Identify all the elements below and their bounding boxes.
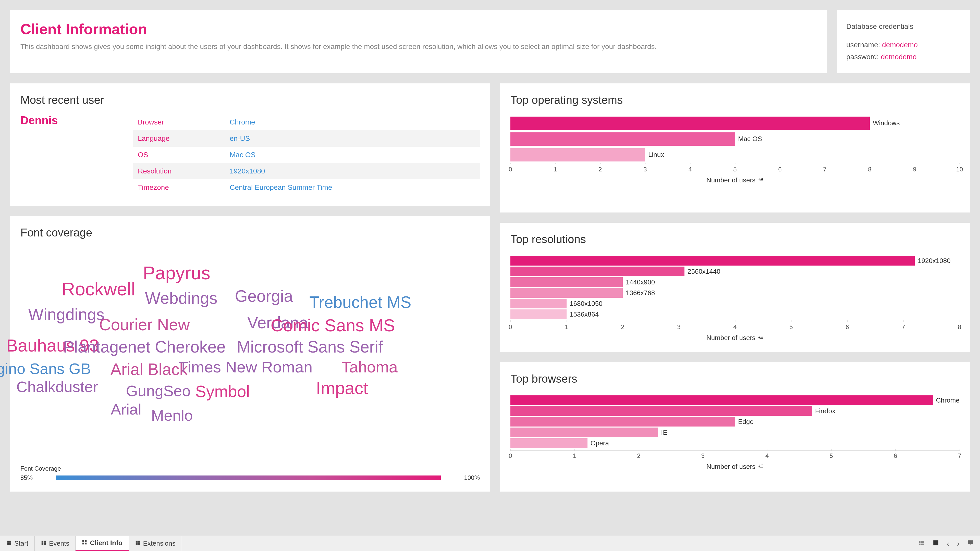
font-coverage-card: Font coverage PapyrusRockwellWebdingsGeo… — [10, 216, 490, 492]
nav-prev-icon[interactable]: ‹ — [947, 539, 950, 548]
axis-tick: 3 — [643, 164, 647, 173]
bar-row[interactable]: Linux — [511, 148, 959, 162]
font-coverage-legend: Font Coverage 85% 100% — [21, 465, 480, 481]
wordcloud-word[interactable]: Papyrus — [143, 262, 210, 283]
mru-value: Mac OS — [230, 151, 256, 159]
sort-desc-icon[interactable] — [758, 463, 764, 471]
nav-next-icon[interactable]: › — [957, 539, 959, 548]
bar-row[interactable]: Opera — [511, 438, 959, 448]
bar-row[interactable]: 1366x768 — [511, 288, 959, 298]
mru-label: Language — [138, 135, 230, 143]
bar[interactable] — [511, 310, 566, 319]
wordcloud-word[interactable]: Rockwell — [62, 279, 135, 300]
wordcloud-word[interactable]: Plantagenet Cherokee — [63, 338, 226, 356]
wordcloud-word[interactable]: Georgia — [235, 287, 293, 306]
bar-row[interactable]: Mac OS — [511, 132, 959, 146]
wordcloud-word[interactable]: Wingdings — [28, 305, 105, 324]
bar-row[interactable]: Windows — [511, 117, 959, 130]
wordcloud-word[interactable]: Microsoft Sans Serif — [237, 338, 383, 356]
bar-row[interactable]: Chrome — [511, 395, 959, 405]
bar-label: 1920x1080 — [918, 257, 951, 265]
top-res-bars[interactable]: 1920x10802560x14401440x9001366x7681680x1… — [511, 253, 959, 319]
bar[interactable] — [511, 277, 623, 287]
wordcloud-word[interactable]: Arial Black — [110, 360, 188, 379]
bar[interactable] — [511, 117, 870, 130]
axis-tick: 3 — [677, 322, 680, 330]
wordcloud-word[interactable]: Webdings — [145, 289, 217, 308]
bar[interactable] — [511, 256, 915, 265]
bar-label: 1440x900 — [626, 278, 655, 286]
axis-tick: 10 — [956, 164, 963, 173]
bar-row[interactable]: Firefox — [511, 406, 959, 416]
top-os-axis-title: Number of users — [511, 176, 959, 184]
bar-row[interactable]: Edge — [511, 417, 959, 427]
wordcloud-word[interactable]: Menlo — [151, 407, 192, 424]
bar-row[interactable]: 2560x1440 — [511, 267, 959, 276]
axis-tick: 2 — [598, 164, 602, 173]
tab-client-info[interactable]: Client Info — [76, 536, 129, 551]
bar[interactable] — [511, 148, 645, 162]
wordcloud-word[interactable]: Courier New — [99, 315, 190, 334]
wordcloud-word[interactable]: Chalkduster — [16, 378, 98, 395]
bar-row[interactable]: 1680x1050 — [511, 299, 959, 308]
axis-tick: 9 — [913, 164, 916, 173]
axis-tick: 6 — [845, 322, 849, 330]
page-title: Client Information — [21, 21, 817, 38]
bar-label: Firefox — [815, 407, 835, 415]
axis-tick: 4 — [688, 164, 692, 173]
view-list-icon[interactable] — [918, 539, 925, 548]
credentials-password-label: password: — [846, 53, 881, 61]
wordcloud-word[interactable]: Symbol — [195, 382, 250, 401]
tab-start[interactable]: Start — [0, 536, 35, 551]
present-icon[interactable] — [967, 539, 974, 548]
wordcloud-word[interactable]: Hiragino Sans GB — [0, 360, 91, 378]
wordcloud-word[interactable]: Times New Roman — [179, 358, 313, 376]
wordcloud-word[interactable]: Arial — [111, 400, 142, 418]
bar-label: 1536x864 — [570, 310, 599, 318]
font-coverage-title: Font coverage — [21, 226, 480, 239]
axis-tick: 2 — [637, 451, 640, 459]
bar[interactable] — [511, 132, 735, 146]
axis-tick: 6 — [894, 451, 897, 459]
top-res-axis-title: Number of users — [511, 334, 959, 342]
wordcloud-word[interactable]: Comic Sans MS — [270, 315, 395, 335]
view-grid-icon[interactable] — [932, 539, 939, 548]
bar[interactable] — [511, 299, 566, 308]
grid-icon — [41, 540, 46, 548]
bar[interactable] — [511, 438, 587, 448]
axis-tick: 0 — [509, 451, 512, 459]
axis-tick: 4 — [733, 322, 737, 330]
wordcloud-word[interactable]: Impact — [316, 378, 368, 398]
wordcloud-word[interactable]: Tahoma — [342, 358, 398, 376]
bar-label: Opera — [590, 439, 609, 447]
bar-row[interactable]: 1440x900 — [511, 277, 959, 287]
font-coverage-wordcloud[interactable]: PapyrusRockwellWebdingsGeorgiaTrebuchet … — [21, 254, 480, 457]
top-res-title: Top resolutions — [511, 233, 959, 246]
axis-tick: 3 — [701, 451, 705, 459]
sort-desc-icon[interactable] — [758, 334, 764, 342]
bar[interactable] — [511, 395, 933, 405]
bar[interactable] — [511, 288, 623, 298]
bar[interactable] — [511, 427, 658, 437]
bar-row[interactable]: IE — [511, 427, 959, 437]
top-os-card: Top operating systems WindowsMac OSLinux… — [500, 83, 970, 213]
grid-icon — [82, 539, 87, 547]
axis-tick: 4 — [765, 451, 769, 459]
bar[interactable] — [511, 417, 735, 427]
axis-tick: 7 — [902, 322, 905, 330]
bar-row[interactable]: 1536x864 — [511, 310, 959, 319]
wordcloud-word[interactable]: Trebuchet MS — [309, 293, 411, 312]
wordcloud-word[interactable]: GungSeo — [126, 382, 191, 400]
axis-tick: 0 — [509, 164, 512, 173]
axis-tick: 7 — [958, 451, 961, 459]
bar-label: IE — [661, 429, 667, 437]
bar[interactable] — [511, 267, 684, 276]
bar-row[interactable]: 1920x1080 — [511, 256, 959, 265]
bar[interactable] — [511, 406, 812, 416]
tab-label: Events — [49, 540, 69, 548]
top-os-bars[interactable]: WindowsMac OSLinux — [511, 114, 959, 162]
tab-events[interactable]: Events — [35, 536, 76, 551]
top-browsers-bars[interactable]: ChromeFirefoxEdgeIEOpera — [511, 393, 959, 448]
sort-desc-icon[interactable] — [758, 176, 764, 184]
tab-extensions[interactable]: Extensions — [129, 536, 182, 551]
